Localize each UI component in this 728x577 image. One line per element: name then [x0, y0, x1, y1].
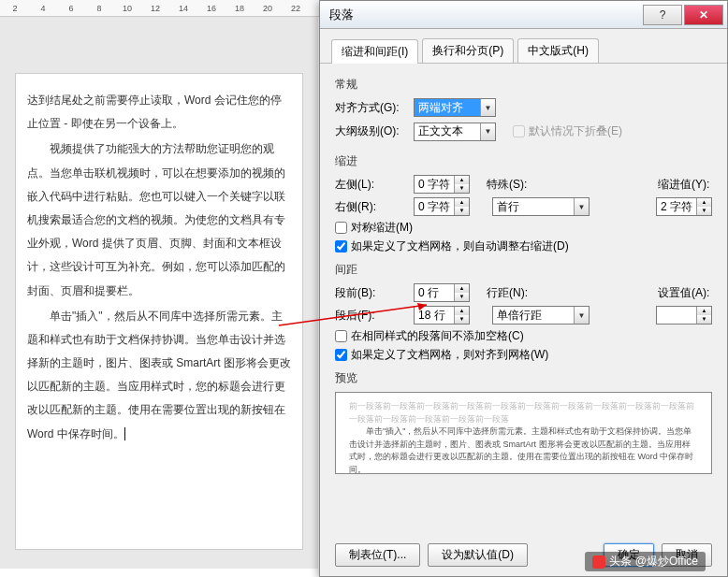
preview-body-text: 单击"插入"，然后从不同库中选择所需元素。主题和样式也有助于文档保持协调。当您单…	[349, 426, 698, 474]
special-label: 特殊(S):	[487, 177, 541, 193]
line-spacing-label: 行距(N):	[487, 285, 541, 301]
collapse-checkbox	[513, 125, 525, 137]
special-combo[interactable]: ▼	[492, 197, 590, 216]
text-cursor	[124, 427, 125, 440]
dialog-title: 段落	[329, 7, 641, 23]
toutiao-logo-icon	[592, 555, 605, 569]
outline-level-label: 大纲级别(O):	[335, 123, 408, 139]
spin-up-icon[interactable]: ▲	[454, 284, 469, 293]
group-general: 常规	[335, 77, 712, 93]
help-button[interactable]: ?	[643, 5, 682, 25]
tab-line-page-breaks[interactable]: 换行和分页(P)	[422, 38, 514, 63]
spacing-at-spinner[interactable]: ▲▼	[656, 306, 712, 325]
indent-by-label: 缩进值(Y):	[658, 177, 712, 193]
mirror-indent-checkbox[interactable]	[335, 222, 347, 234]
document-page[interactable]: 达到结尾处之前需要停止读取，Word 会记住您的停止位置 - 即使在另一个设备上…	[15, 73, 303, 550]
snap-to-grid-label: 如果定义了文档网格，则对齐到网格(W)	[351, 347, 548, 363]
doc-paragraph: 达到结尾处之前需要停止读取，Word 会记住您的停止位置 - 即使在另一个设备上…	[27, 89, 291, 136]
set-default-button[interactable]: 设为默认值(D)	[428, 543, 528, 567]
spin-up-icon[interactable]: ▲	[454, 198, 469, 207]
chevron-down-icon[interactable]: ▼	[574, 307, 589, 324]
collapse-label: 默认情况下折叠(E)	[529, 123, 622, 139]
close-button[interactable]: ✕	[684, 5, 723, 25]
spin-down-icon[interactable]: ▼	[454, 315, 469, 324]
spin-down-icon[interactable]: ▼	[454, 184, 469, 193]
auto-adjust-label: 如果定义了文档网格，则自动调整右缩进(D)	[351, 238, 569, 254]
space-after-label: 段后(F):	[335, 308, 408, 324]
chevron-down-icon[interactable]: ▼	[480, 123, 495, 140]
space-before-spinner[interactable]: ▲▼	[414, 283, 470, 302]
snap-to-grid-checkbox[interactable]	[335, 349, 347, 361]
spin-up-icon[interactable]: ▲	[696, 198, 711, 207]
group-indent: 缩进	[335, 153, 712, 169]
spin-up-icon[interactable]: ▲	[454, 307, 469, 315]
tabs-button[interactable]: 制表位(T)...	[335, 543, 420, 567]
spin-up-icon[interactable]: ▲	[696, 307, 711, 315]
line-spacing-combo[interactable]: ▼	[492, 306, 590, 325]
spacing-at-label: 设置值(A):	[658, 285, 712, 301]
preview-box: 前一段落前一段落前一段落前一段落前一段落前一段落前一段落前一段落前一段落前一段落…	[335, 392, 712, 474]
space-before-label: 段前(B):	[335, 285, 408, 301]
indent-by-spinner[interactable]: ▲▼	[656, 197, 712, 216]
tab-indent-spacing[interactable]: 缩进和间距(I)	[331, 39, 418, 64]
paragraph-dialog: 段落 ? ✕ 缩进和间距(I) 换行和分页(P) 中文版式(H) 常规 对齐方式…	[319, 0, 728, 577]
no-space-same-style-checkbox[interactable]	[335, 330, 347, 342]
dialog-titlebar: 段落 ? ✕	[320, 1, 727, 29]
indent-right-label: 右侧(R):	[335, 199, 408, 215]
indent-left-spinner[interactable]: ▲▼	[414, 175, 470, 194]
doc-paragraph: 单击"插入"，然后从不同库中选择所需元素。主题和样式也有助于文档保持协调。当您单…	[27, 305, 291, 446]
indent-left-label: 左侧(L):	[335, 177, 408, 193]
auto-adjust-checkbox[interactable]	[335, 240, 347, 252]
group-spacing: 间距	[335, 262, 712, 278]
mirror-indent-label: 对称缩进(M)	[351, 220, 413, 236]
spin-down-icon[interactable]: ▼	[454, 207, 469, 215]
document-area: 达到结尾处之前需要停止读取，Word 会记住您的停止位置 - 即使在另一个设备上…	[0, 17, 318, 569]
outline-level-combo[interactable]: ▼	[414, 123, 496, 141]
spin-down-icon[interactable]: ▼	[454, 293, 469, 301]
no-space-same-style-label: 在相同样式的段落间不添加空格(C)	[351, 328, 524, 344]
indent-right-spinner[interactable]: ▲▼	[414, 197, 470, 216]
space-after-spinner[interactable]: ▲▼	[414, 306, 470, 325]
spin-down-icon[interactable]: ▼	[696, 315, 711, 324]
dialog-panel: 常规 对齐方式(G): ▼ 大纲级别(O): ▼ 默认情况下折叠(E) 缩进 左…	[320, 64, 727, 482]
preview-faint-text: 前一段落前一段落前一段落前一段落前一段落前一段落前一段落前一段落前一段落前一段落…	[349, 400, 698, 426]
spin-down-icon[interactable]: ▼	[696, 207, 711, 215]
doc-paragraph: 视频提供了功能强大的方法帮助您证明您的观点。当您单击联机视频时，可以在想要添加的…	[27, 137, 291, 302]
chevron-down-icon[interactable]: ▼	[480, 99, 495, 116]
watermark: 头条 @爆炒Office	[585, 552, 706, 571]
group-preview: 预览	[335, 370, 712, 386]
alignment-label: 对齐方式(G):	[335, 100, 408, 116]
chevron-down-icon[interactable]: ▼	[574, 198, 589, 215]
dialog-tabs: 缩进和间距(I) 换行和分页(P) 中文版式(H)	[320, 29, 727, 64]
alignment-combo[interactable]: ▼	[414, 98, 496, 117]
tab-asian-typography[interactable]: 中文版式(H)	[517, 38, 599, 63]
spin-up-icon[interactable]: ▲	[454, 176, 469, 184]
